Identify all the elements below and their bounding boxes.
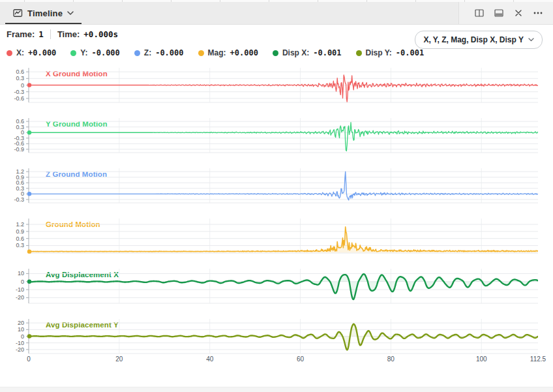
frame-label: Frame: <box>7 29 35 39</box>
panel-controls <box>458 2 553 24</box>
y-tick-label: -20 <box>0 294 24 301</box>
legend-value: -0.001 <box>396 48 424 57</box>
x-tick-label: 112.5 <box>530 355 546 363</box>
x-axis-labels: 020406080100112.5 <box>0 355 553 366</box>
y-tick-label: 10 <box>0 326 24 333</box>
time-label: Time: <box>57 29 80 39</box>
x-tick-label: 100 <box>476 355 487 363</box>
panel-tab-bar: Timeline <box>0 2 553 25</box>
chart-plot <box>23 168 538 204</box>
y-tick-label: 0.3 <box>0 75 24 82</box>
y-tick-label: 0 <box>0 82 24 89</box>
y-tick-label: 0.3 <box>0 242 24 249</box>
chart-ground-motion-magnitude: 1.20.90.60.3Ground Motion <box>0 219 553 269</box>
y-tick-label: 0.6 <box>0 68 24 75</box>
time-value: +0.000s <box>83 29 118 39</box>
waveform-line <box>29 227 538 252</box>
current-frame-marker <box>27 249 31 253</box>
frame-value: 1 <box>38 29 44 39</box>
chart-plot <box>23 219 538 254</box>
legend-dot <box>70 50 76 56</box>
waveform-fill <box>29 227 538 252</box>
timeline-panel: Timeline Frame: 1 Time: +0.000s <box>0 0 553 392</box>
legend-dot <box>134 50 140 56</box>
y-tick-label: -0.9 <box>0 146 24 153</box>
legend-label: Mag: <box>208 48 226 57</box>
chart-legend: X:+0.000Y:-0.000Z:-0.000Mag:+0.000Disp X… <box>7 46 424 60</box>
chart-y-ground-motion: 0.60.30-0.3-0.6-0.9Y Ground Motion <box>0 118 553 168</box>
chart-plot <box>23 269 538 305</box>
legend-item-5[interactable]: Disp Y:-0.001 <box>356 48 425 57</box>
waveform-fill <box>29 324 538 350</box>
x-tick-label: 60 <box>297 355 304 363</box>
window-bottom-strip <box>0 387 553 392</box>
waveform-line <box>29 274 538 299</box>
tab-timeline[interactable]: Timeline <box>5 2 82 24</box>
divider <box>50 29 51 39</box>
chart-plot <box>23 68 538 104</box>
legend-label: Disp Y: <box>366 48 392 57</box>
x-tick-label: 80 <box>387 355 395 363</box>
legend-value: -0.000 <box>91 48 119 57</box>
split-editor-button[interactable] <box>471 5 488 21</box>
legend-dot <box>356 50 362 56</box>
charts-area: 0.60.30-0.3-0.6X Ground Motion0.60.30-0.… <box>0 68 553 369</box>
legend-item-2[interactable]: Z:-0.000 <box>134 48 184 57</box>
chevron-down-icon <box>528 38 534 42</box>
y-tick-label: -0.6 <box>0 95 24 102</box>
y-tick-label: 10 <box>0 270 24 277</box>
y-tick-label: -20 <box>0 346 24 353</box>
sparkline-chart-icon <box>13 8 23 18</box>
y-tick-label: -0.3 <box>0 89 24 95</box>
x-tick-label: 40 <box>206 355 213 363</box>
legend-label: X: <box>16 48 24 57</box>
legend-item-1[interactable]: Y:-0.000 <box>70 48 119 57</box>
chart-plot <box>23 319 538 355</box>
more-actions-button[interactable] <box>530 5 546 21</box>
legend-item-0[interactable]: X:+0.000 <box>7 48 56 57</box>
current-frame-marker <box>27 334 31 338</box>
series-selector-value: X, Y, Z, Mag, Disp X, Disp Y <box>423 35 524 44</box>
legend-label: Y: <box>80 48 87 57</box>
y-tick-label: -10 <box>0 340 24 346</box>
y-tick-label: 0 <box>0 279 24 285</box>
legend-value: +0.000 <box>28 48 56 57</box>
legend-dot <box>273 50 278 56</box>
y-tick-label: 0.6 <box>0 235 24 242</box>
legend-value: +0.000 <box>230 48 258 57</box>
current-frame-marker <box>27 83 31 87</box>
y-tick-label: -0.3 <box>0 196 24 203</box>
current-frame-marker <box>27 130 31 134</box>
x-tick-label: 0 <box>27 355 31 363</box>
legend-item-4[interactable]: Disp X:-0.001 <box>273 48 342 57</box>
y-tick-label: -10 <box>0 286 24 293</box>
legend-label: Disp X: <box>282 48 309 57</box>
chart-z-ground-motion: 1.20.90.60.30-0.3Z Ground Motion <box>0 168 553 219</box>
legend-item-3[interactable]: Mag:+0.000 <box>198 48 258 57</box>
legend-dot <box>198 50 204 56</box>
waveform-line <box>29 75 538 102</box>
x-tick-label: 20 <box>115 355 123 363</box>
legend-dot <box>7 50 12 56</box>
tab-label: Timeline <box>27 8 63 18</box>
legend-value: -0.001 <box>313 48 341 57</box>
current-frame-marker <box>27 192 31 196</box>
series-selector-dropdown[interactable]: X, Y, Z, Mag, Disp X, Disp Y <box>415 31 543 49</box>
chevron-down-icon[interactable] <box>67 11 74 15</box>
waveform-line <box>29 172 538 200</box>
close-panel-button[interactable] <box>510 5 527 21</box>
chart-x-ground-motion: 0.60.30-0.3-0.6X Ground Motion <box>0 68 553 118</box>
toggle-panel-button[interactable] <box>490 5 507 21</box>
y-tick-label: 20 <box>0 320 24 326</box>
chart-plot <box>23 118 538 154</box>
waveform-fill <box>29 274 538 299</box>
y-tick-label: 0 <box>0 333 24 340</box>
y-tick-label: 1.2 <box>0 221 24 228</box>
legend-value: -0.000 <box>155 48 183 57</box>
legend-label: Z: <box>144 48 151 57</box>
current-frame-marker <box>27 280 31 284</box>
chart-avg-displacement-x: 100-10-20Avg Displacement X <box>0 269 553 319</box>
y-tick-label: 0.9 <box>0 228 24 235</box>
